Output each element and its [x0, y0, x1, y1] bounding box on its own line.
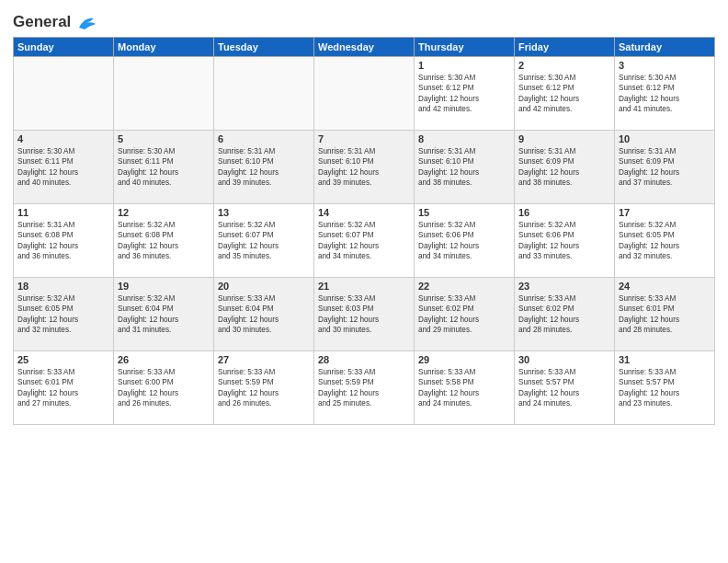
day-number: 11: [17, 207, 109, 218]
day-number: 29: [418, 354, 510, 365]
day-number: 14: [318, 207, 410, 218]
day-number: 28: [318, 354, 410, 365]
week-row-1: 1Sunrise: 5:30 AMSunset: 6:12 PMDaylight…: [14, 56, 715, 130]
cal-cell: 25Sunrise: 5:33 AMSunset: 6:01 PMDayligh…: [14, 350, 114, 424]
cal-cell: 12Sunrise: 5:32 AMSunset: 6:08 PMDayligh…: [114, 203, 214, 277]
day-number: 30: [518, 354, 610, 365]
day-info: Sunrise: 5:32 AMSunset: 6:07 PMDaylight:…: [218, 220, 310, 262]
day-info: Sunrise: 5:33 AMSunset: 5:59 PMDaylight:…: [218, 367, 310, 409]
day-info: Sunrise: 5:30 AMSunset: 6:12 PMDaylight:…: [619, 73, 711, 115]
day-number: 22: [418, 281, 510, 292]
cal-cell: [314, 56, 415, 130]
day-info: Sunrise: 5:33 AMSunset: 5:57 PMDaylight:…: [619, 367, 711, 409]
day-header-wednesday: Wednesday: [314, 37, 415, 56]
cal-cell: 3Sunrise: 5:30 AMSunset: 6:12 PMDaylight…: [615, 56, 715, 130]
cal-cell: 30Sunrise: 5:33 AMSunset: 5:57 PMDayligh…: [515, 350, 615, 424]
day-info: Sunrise: 5:30 AMSunset: 6:12 PMDaylight:…: [518, 73, 610, 115]
week-row-4: 18Sunrise: 5:32 AMSunset: 6:05 PMDayligh…: [14, 277, 715, 350]
logo-bird-icon: [77, 15, 97, 31]
day-number: 15: [418, 207, 510, 218]
cal-cell: 2Sunrise: 5:30 AMSunset: 6:12 PMDaylight…: [515, 56, 615, 130]
cal-cell: 15Sunrise: 5:32 AMSunset: 6:06 PMDayligh…: [415, 203, 515, 277]
cal-cell: 19Sunrise: 5:32 AMSunset: 6:04 PMDayligh…: [114, 277, 214, 350]
day-header-saturday: Saturday: [615, 37, 715, 56]
logo-general: General: [13, 13, 71, 30]
day-info: Sunrise: 5:32 AMSunset: 6:07 PMDaylight:…: [318, 220, 410, 262]
day-number: 16: [518, 207, 610, 218]
day-number: 2: [518, 60, 610, 71]
cal-cell: 27Sunrise: 5:33 AMSunset: 5:59 PMDayligh…: [214, 350, 314, 424]
cal-cell: 5Sunrise: 5:30 AMSunset: 6:11 PMDaylight…: [114, 130, 214, 203]
day-number: 4: [17, 133, 109, 144]
cal-cell: 13Sunrise: 5:32 AMSunset: 6:07 PMDayligh…: [214, 203, 314, 277]
day-info: Sunrise: 5:31 AMSunset: 6:10 PMDaylight:…: [418, 146, 510, 189]
cal-cell: 29Sunrise: 5:33 AMSunset: 5:58 PMDayligh…: [415, 350, 515, 424]
day-info: Sunrise: 5:31 AMSunset: 6:08 PMDaylight:…: [17, 220, 109, 262]
cal-cell: [14, 56, 114, 130]
day-number: 5: [118, 133, 210, 144]
cal-cell: [214, 56, 314, 130]
day-info: Sunrise: 5:32 AMSunset: 6:06 PMDaylight:…: [518, 220, 610, 262]
day-number: 19: [118, 281, 210, 292]
day-info: Sunrise: 5:30 AMSunset: 6:11 PMDaylight:…: [118, 146, 210, 189]
cal-cell: 20Sunrise: 5:33 AMSunset: 6:04 PMDayligh…: [214, 277, 314, 350]
day-info: Sunrise: 5:30 AMSunset: 6:12 PMDaylight:…: [418, 73, 510, 115]
day-info: Sunrise: 5:32 AMSunset: 6:05 PMDaylight:…: [619, 220, 711, 262]
day-number: 26: [118, 354, 210, 365]
day-info: Sunrise: 5:31 AMSunset: 6:09 PMDaylight:…: [619, 146, 711, 189]
day-info: Sunrise: 5:33 AMSunset: 6:03 PMDaylight:…: [318, 293, 410, 336]
day-info: Sunrise: 5:33 AMSunset: 6:01 PMDaylight:…: [17, 367, 109, 409]
day-number: 27: [218, 354, 310, 365]
day-number: 6: [218, 133, 310, 144]
logo: General: [13, 13, 97, 31]
cal-cell: 22Sunrise: 5:33 AMSunset: 6:02 PMDayligh…: [415, 277, 515, 350]
week-row-3: 11Sunrise: 5:31 AMSunset: 6:08 PMDayligh…: [14, 203, 715, 277]
day-info: Sunrise: 5:33 AMSunset: 6:02 PMDaylight:…: [518, 293, 610, 336]
cal-cell: 21Sunrise: 5:33 AMSunset: 6:03 PMDayligh…: [314, 277, 415, 350]
day-number: 21: [318, 281, 410, 292]
day-number: 12: [118, 207, 210, 218]
cal-cell: 10Sunrise: 5:31 AMSunset: 6:09 PMDayligh…: [615, 130, 715, 203]
cal-cell: 16Sunrise: 5:32 AMSunset: 6:06 PMDayligh…: [515, 203, 615, 277]
cal-cell: 6Sunrise: 5:31 AMSunset: 6:10 PMDaylight…: [214, 130, 314, 203]
day-number: 17: [619, 207, 711, 218]
cal-cell: 18Sunrise: 5:32 AMSunset: 6:05 PMDayligh…: [14, 277, 114, 350]
day-info: Sunrise: 5:31 AMSunset: 6:10 PMDaylight:…: [218, 146, 310, 189]
day-header-thursday: Thursday: [415, 37, 515, 56]
day-info: Sunrise: 5:32 AMSunset: 6:04 PMDaylight:…: [118, 293, 210, 336]
day-info: Sunrise: 5:32 AMSunset: 6:06 PMDaylight:…: [418, 220, 510, 262]
day-number: 9: [518, 133, 610, 144]
day-number: 23: [518, 281, 610, 292]
cal-cell: 14Sunrise: 5:32 AMSunset: 6:07 PMDayligh…: [314, 203, 415, 277]
day-info: Sunrise: 5:33 AMSunset: 5:58 PMDaylight:…: [418, 367, 510, 409]
day-number: 31: [619, 354, 711, 365]
day-header-friday: Friday: [515, 37, 615, 56]
day-info: Sunrise: 5:33 AMSunset: 6:04 PMDaylight:…: [218, 293, 310, 336]
day-number: 10: [619, 133, 711, 144]
week-row-5: 25Sunrise: 5:33 AMSunset: 6:01 PMDayligh…: [14, 350, 715, 424]
day-number: 8: [418, 133, 510, 144]
day-number: 7: [318, 133, 410, 144]
day-info: Sunrise: 5:31 AMSunset: 6:09 PMDaylight:…: [518, 146, 610, 189]
day-header-sunday: Sunday: [14, 37, 114, 56]
header: General: [13, 9, 715, 31]
cal-cell: 26Sunrise: 5:33 AMSunset: 6:00 PMDayligh…: [114, 350, 214, 424]
day-number: 24: [619, 281, 711, 292]
day-number: 3: [619, 60, 711, 71]
cal-cell: 31Sunrise: 5:33 AMSunset: 5:57 PMDayligh…: [615, 350, 715, 424]
day-header-monday: Monday: [114, 37, 214, 56]
cal-cell: 23Sunrise: 5:33 AMSunset: 6:02 PMDayligh…: [515, 277, 615, 350]
cal-cell: 24Sunrise: 5:33 AMSunset: 6:01 PMDayligh…: [615, 277, 715, 350]
day-number: 20: [218, 281, 310, 292]
day-info: Sunrise: 5:32 AMSunset: 6:08 PMDaylight:…: [118, 220, 210, 262]
cal-cell: 8Sunrise: 5:31 AMSunset: 6:10 PMDaylight…: [415, 130, 515, 203]
day-info: Sunrise: 5:32 AMSunset: 6:05 PMDaylight:…: [17, 293, 109, 336]
day-info: Sunrise: 5:30 AMSunset: 6:11 PMDaylight:…: [17, 146, 109, 189]
day-info: Sunrise: 5:33 AMSunset: 5:59 PMDaylight:…: [318, 367, 410, 409]
day-info: Sunrise: 5:33 AMSunset: 6:00 PMDaylight:…: [118, 367, 210, 409]
day-info: Sunrise: 5:31 AMSunset: 6:10 PMDaylight:…: [318, 146, 410, 189]
day-header-tuesday: Tuesday: [214, 37, 314, 56]
day-number: 13: [218, 207, 310, 218]
cal-cell: 17Sunrise: 5:32 AMSunset: 6:05 PMDayligh…: [615, 203, 715, 277]
week-row-2: 4Sunrise: 5:30 AMSunset: 6:11 PMDaylight…: [14, 130, 715, 203]
